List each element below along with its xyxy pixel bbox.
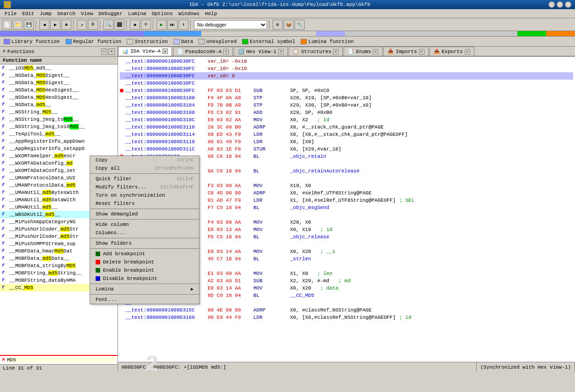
list-item[interactable]: f __TeApiTool_md5__ bbox=[0, 130, 118, 138]
hex-button[interactable]: H bbox=[88, 20, 98, 30]
panel-restore-btn[interactable]: □ bbox=[101, 48, 107, 55]
tab-structures-close[interactable]: × bbox=[333, 49, 339, 54]
tab-imports[interactable]: 📥 Imports × bbox=[383, 47, 428, 56]
run-button[interactable]: ▶ bbox=[156, 20, 167, 30]
search-button[interactable]: ⬛ bbox=[114, 20, 124, 30]
list-item[interactable]: f __NSData_md5__ bbox=[0, 101, 118, 108]
list-button[interactable]: ≡ bbox=[141, 20, 151, 30]
menu-help[interactable]: Help bbox=[202, 10, 220, 17]
menu-windows[interactable]: Windows bbox=[176, 10, 202, 17]
close-button[interactable]: × bbox=[565, 1, 571, 8]
list-item[interactable]: f __NSString_MD5__ bbox=[0, 108, 118, 116]
toolbar-sep-2 bbox=[73, 20, 75, 30]
menu-jump[interactable]: Jump bbox=[37, 10, 54, 17]
open-button[interactable]: 📁 bbox=[13, 20, 23, 30]
ctx-reset-filters[interactable]: Reset filters bbox=[90, 199, 199, 208]
step-over-button[interactable]: ⏭ bbox=[167, 20, 177, 30]
menu-edit[interactable]: Edit bbox=[19, 10, 37, 17]
modules-button[interactable]: 📦 bbox=[284, 20, 294, 30]
code-line: __text:00000001000D3110 28 3C 00 B0 ADRP… bbox=[120, 124, 573, 131]
tab-hex-close[interactable]: × bbox=[278, 49, 284, 54]
ctx-show-demangled[interactable]: Show demangled bbox=[90, 210, 199, 218]
context-menu: Copy Ctrl+C Copy all Ctrl+Shift+Ins Quic… bbox=[90, 156, 199, 304]
save-button[interactable]: 💾 bbox=[24, 20, 34, 30]
search-input[interactable] bbox=[7, 357, 116, 363]
ctx-hide-column[interactable]: Hide column bbox=[90, 220, 199, 229]
func-type-icon: f bbox=[2, 132, 7, 136]
func-type-icon: f bbox=[2, 176, 7, 180]
tab-enums-icon: 📑 bbox=[348, 48, 354, 54]
new-button[interactable]: 📄 bbox=[2, 20, 12, 30]
nav-external bbox=[517, 31, 546, 36]
tab-structures[interactable]: 📋 Structures × bbox=[289, 47, 343, 56]
menu-file[interactable]: File bbox=[2, 10, 19, 17]
list-item[interactable]: f __NSData_MD5Digest__ bbox=[0, 79, 118, 86]
list-item[interactable]: f __NSData_MD5HexDigest__ bbox=[0, 86, 118, 94]
ctx-lumina-arrow: ▶ bbox=[191, 286, 193, 292]
legend-instr-label: Instruction bbox=[134, 39, 168, 44]
ctx-enable-breakpoint[interactable]: Enable breakpoint bbox=[90, 266, 199, 274]
ctx-disable-breakpoint[interactable]: Disable breakpoint bbox=[90, 274, 199, 283]
tab-hex-label: Hex View-1 bbox=[246, 49, 276, 54]
list-item[interactable]: f __NSData_MD5Digest__ bbox=[0, 72, 118, 79]
menu-lumina[interactable]: Lumina bbox=[125, 10, 149, 17]
ctx-lumina[interactable]: Lumina ▶ bbox=[90, 285, 199, 293]
tab-imports-close[interactable]: × bbox=[419, 49, 425, 54]
ctx-copy-all[interactable]: Copy all Ctrl+Shift+Ins bbox=[90, 164, 199, 172]
menu-options[interactable]: Options bbox=[149, 10, 176, 17]
search-clear[interactable]: × bbox=[2, 357, 5, 363]
menu-view[interactable]: View bbox=[78, 10, 96, 17]
threads-button[interactable]: 🔧 bbox=[295, 20, 305, 30]
func-name: __UMANProtocolData_UUI bbox=[9, 175, 75, 181]
tab-exports-close[interactable]: × bbox=[465, 49, 470, 54]
tab-hex-view[interactable]: 🔢 Hex View-1 × bbox=[234, 47, 288, 56]
list-item[interactable]: f __AppRegisterInfo_setAppD bbox=[0, 145, 118, 152]
tab-pseudocode[interactable]: 📄 Pseudocode-A × bbox=[173, 47, 233, 56]
xref-button[interactable]: ↗ bbox=[77, 20, 87, 30]
func-name: __TeApiTool_md5__ bbox=[9, 131, 60, 137]
ctx-quick-filter[interactable]: Quick filter Ctrl+F bbox=[90, 175, 199, 183]
tab-ida-view-close[interactable]: × bbox=[162, 48, 168, 54]
list-item[interactable]: f __NSData_MD5HexDigest__ bbox=[0, 94, 118, 101]
list-item[interactable]: f __NSString_jmsg_toMd5__ bbox=[0, 116, 118, 123]
tab-exports[interactable]: 📤 Exports × bbox=[430, 47, 474, 56]
graph-button[interactable]: ◆ bbox=[130, 20, 140, 30]
nav-instr bbox=[201, 31, 316, 36]
ctx-turn-on-sync[interactable]: Turn on synchronization bbox=[90, 191, 199, 199]
code-line: __text:00000001000D3118 08 01 40 F9 LDR … bbox=[120, 138, 573, 145]
func-type-icon: f bbox=[2, 146, 7, 151]
menu-debugger[interactable]: Debugger bbox=[96, 10, 125, 17]
ctx-font[interactable]: Font... bbox=[90, 295, 199, 304]
ctx-show-folders[interactable]: Show folders bbox=[90, 239, 199, 247]
fwd-button[interactable]: ▶ bbox=[50, 20, 60, 30]
ctx-delete-breakpoint[interactable]: Delete breakpoint bbox=[90, 258, 199, 266]
ctx-add-breakpoint[interactable]: Add breakpoint bbox=[90, 250, 199, 258]
func-name: __WXOMTADataConfig_set bbox=[9, 168, 75, 173]
tab-ida-view[interactable]: 📊 IDA View-A × bbox=[118, 47, 172, 56]
list-item[interactable]: f __iOSMD5_md5__ bbox=[0, 64, 118, 72]
tab-enums[interactable]: 📑 Enums × bbox=[344, 47, 382, 56]
panel-close-btn[interactable]: × bbox=[108, 48, 115, 55]
back-button[interactable]: ◀ bbox=[39, 20, 49, 30]
ctx-modify-filters[interactable]: Modify filters... Ctrl+Shift+F bbox=[90, 183, 199, 191]
func-name: __NSData_MD5Digest__ bbox=[9, 80, 70, 86]
tab-enums-close[interactable]: × bbox=[373, 49, 378, 54]
ctx-columns[interactable]: Columns... bbox=[90, 229, 199, 237]
find-button[interactable]: 🔍 bbox=[103, 20, 113, 30]
step-into-button[interactable]: ⬇ bbox=[178, 20, 188, 30]
minimize-button[interactable]: _ bbox=[548, 1, 555, 8]
debugger-selector[interactable]: No debugger bbox=[194, 20, 267, 29]
list-item[interactable]: f __NSString_jmsg_to16Md5__ bbox=[0, 123, 118, 130]
maximize-button[interactable]: □ bbox=[557, 1, 563, 8]
tab-pseudocode-close[interactable]: × bbox=[223, 49, 229, 54]
window-title: IDA - Gkfb Z:\usr\local\frida-ios-dump\P… bbox=[11, 2, 548, 7]
code-line: __text:00000001000D3160 00 E9 44 F9 LDR … bbox=[120, 314, 573, 321]
function-col-header: Function name bbox=[0, 57, 118, 64]
menu-search[interactable]: Search bbox=[54, 10, 78, 17]
legend-library-label: Library function bbox=[11, 39, 60, 44]
ctx-copy[interactable]: Copy Ctrl+C bbox=[90, 156, 199, 164]
up-button[interactable]: ▲ bbox=[61, 20, 71, 30]
tab-ida-view-label: IDA View-A bbox=[130, 48, 161, 54]
settings-button[interactable]: ⚙ bbox=[273, 20, 283, 30]
list-item[interactable]: f __AppRegisterInfo_appDown bbox=[0, 138, 118, 145]
